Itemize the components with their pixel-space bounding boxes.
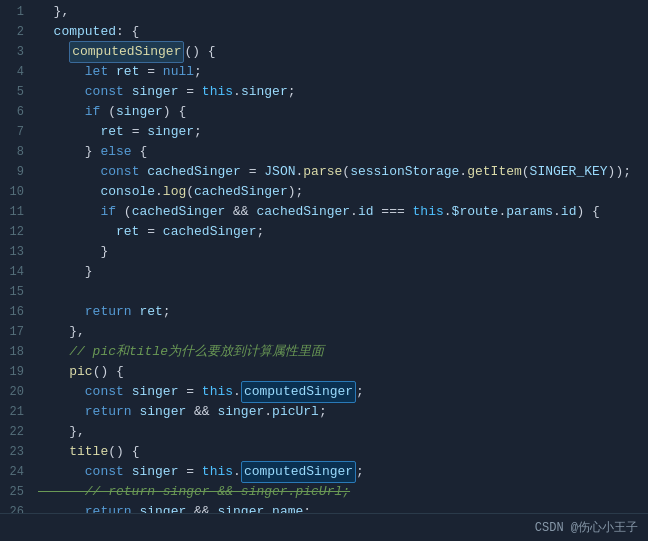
code-line-17: },	[38, 322, 640, 342]
code-line-23: title() {	[38, 442, 640, 462]
code-line-10: console.log(cachedSinger);	[38, 182, 640, 202]
code-line-5: const singer = this.singer;	[38, 82, 640, 102]
code-line-14: }	[38, 262, 640, 282]
code-line-9: const cachedSinger = JSON.parse(sessionS…	[38, 162, 640, 182]
code-area: 1 2 3 4 5 6 7 8 9 10 11 12 13 14 15 16 1…	[0, 0, 648, 513]
code-line-6: if (singer) {	[38, 102, 640, 122]
code-line-1: },	[38, 2, 640, 22]
code-line-22: },	[38, 422, 640, 442]
statusbar-text: CSDN @伤心小王子	[535, 519, 638, 536]
code-line-18: // pic和title为什么要放到计算属性里面	[38, 342, 640, 362]
code-line-12: ret = cachedSinger;	[38, 222, 640, 242]
code-line-7: ret = singer;	[38, 122, 640, 142]
code-line-3: computedSinger() {	[38, 42, 640, 62]
code-line-15	[38, 282, 640, 302]
code-line-20: const singer = this.computedSinger;	[38, 382, 640, 402]
code-line-8: } else {	[38, 142, 640, 162]
code-line-4: let ret = null;	[38, 62, 640, 82]
code-line-11: if (cachedSinger && cachedSinger.id === …	[38, 202, 640, 222]
code-line-24: const singer = this.computedSinger;	[38, 462, 640, 482]
code-content: }, computed: { computedSinger() { let re…	[30, 0, 648, 513]
code-line-16: return ret;	[38, 302, 640, 322]
code-line-25: // return singer && singer.picUrl;	[38, 482, 640, 502]
line-numbers: 1 2 3 4 5 6 7 8 9 10 11 12 13 14 15 16 1…	[0, 0, 30, 513]
editor: 1 2 3 4 5 6 7 8 9 10 11 12 13 14 15 16 1…	[0, 0, 648, 541]
code-line-21: return singer && singer.picUrl;	[38, 402, 640, 422]
code-line-26: return singer && singer.name;	[38, 502, 640, 513]
statusbar: CSDN @伤心小王子	[0, 513, 648, 541]
code-line-2: computed: {	[38, 22, 640, 42]
code-line-19: pic() {	[38, 362, 640, 382]
code-line-13: }	[38, 242, 640, 262]
